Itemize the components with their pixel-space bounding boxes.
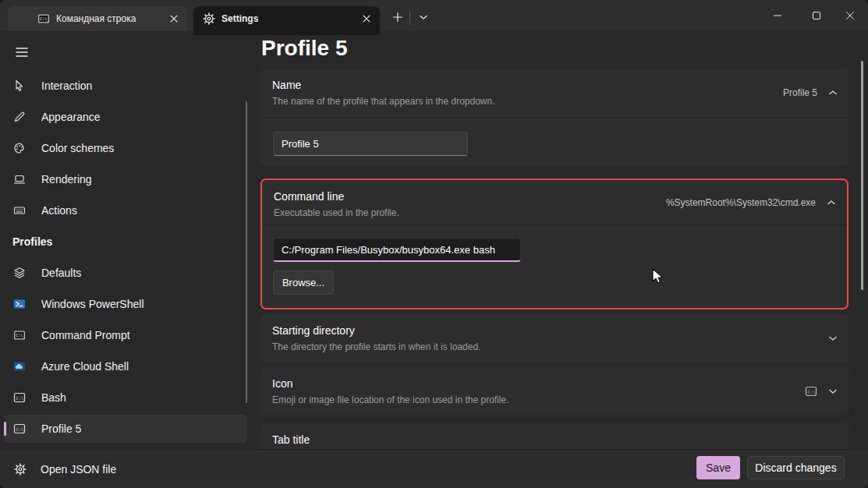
main-content: Profile 5 Name The name of the profile t… bbox=[257, 31, 868, 449]
icon-expander-header[interactable]: Icon Emoji or image file location of the… bbox=[260, 367, 849, 416]
sidebar-item-windows-powershell[interactable]: Windows PowerShell bbox=[4, 290, 247, 318]
sidebar-item-label: Azure Cloud Shell bbox=[41, 360, 129, 373]
command-line-input[interactable] bbox=[273, 238, 521, 262]
sidebar-item-defaults[interactable]: Defaults bbox=[4, 259, 247, 287]
tab-command-prompt[interactable]: C:\_ Командная строка bbox=[8, 6, 187, 31]
setting-label: Command line bbox=[274, 190, 344, 203]
sidebar-item-azure-cloud-shell[interactable]: Azure Cloud Shell bbox=[4, 352, 247, 380]
setting-card-icon: Icon Emoji or image file location of the… bbox=[260, 367, 849, 416]
profile-icon-preview: C:\ bbox=[805, 385, 817, 398]
chevron-up-icon bbox=[828, 90, 838, 96]
rendering-icon bbox=[13, 173, 26, 186]
setting-label: Name bbox=[272, 79, 301, 91]
sidebar: Interaction Appearance Color schemes Ren… bbox=[0, 31, 257, 449]
setting-label: Icon bbox=[272, 377, 292, 390]
browse-button[interactable]: Browse... bbox=[273, 271, 334, 295]
tab-settings[interactable]: Settings bbox=[193, 6, 380, 31]
powershell-icon bbox=[13, 298, 26, 310]
interaction-icon bbox=[13, 80, 26, 92]
card-divider bbox=[262, 225, 847, 225]
minimize-icon bbox=[773, 11, 782, 20]
sidebar-item-label: Profile 5 bbox=[41, 423, 81, 435]
close-icon bbox=[845, 11, 855, 20]
hamburger-icon bbox=[16, 47, 28, 58]
name-expander-header[interactable]: Name The name of the profile that appear… bbox=[260, 69, 849, 117]
setting-card-tab-title: Tab title bbox=[260, 423, 849, 449]
svg-text:C:\: C:\ bbox=[16, 396, 24, 401]
terminal-outline-icon: C:\ bbox=[13, 423, 26, 435]
maximize-icon bbox=[812, 11, 821, 20]
sidebar-item-interaction[interactable]: Interaction bbox=[4, 72, 247, 100]
sidebar-item-actions[interactable]: Actions bbox=[4, 196, 247, 225]
plus-icon bbox=[392, 12, 403, 23]
sidebar-item-appearance[interactable]: Appearance bbox=[4, 103, 247, 131]
cmd-icon: C:\_ bbox=[37, 12, 50, 25]
sidebar-item-label: Actions bbox=[41, 204, 77, 217]
sidebar-scrollbar[interactable] bbox=[246, 101, 247, 403]
defaults-icon bbox=[13, 267, 26, 279]
command-line-expander-header[interactable]: Command line Executable used in the prof… bbox=[262, 180, 847, 225]
tab-label: Командная строка bbox=[56, 13, 165, 24]
sidebar-item-bash[interactable]: C:\ Bash bbox=[4, 384, 247, 412]
minimize-button[interactable] bbox=[760, 0, 795, 31]
setting-description: The name of the profile that appears in … bbox=[272, 96, 495, 107]
maximize-button[interactable] bbox=[799, 0, 834, 31]
gear-icon bbox=[203, 12, 215, 25]
azure-cloud-icon bbox=[13, 360, 26, 373]
sidebar-item-label: Windows PowerShell bbox=[41, 298, 144, 310]
starting-directory-expander-header[interactable]: Starting directory The directory the pro… bbox=[260, 314, 849, 362]
open-json-file-label: Open JSON file bbox=[41, 463, 116, 476]
save-button[interactable]: Save bbox=[696, 456, 740, 479]
profiles-section-header: Profiles bbox=[12, 235, 168, 248]
close-tab-icon[interactable] bbox=[358, 10, 375, 27]
gear-icon bbox=[14, 463, 27, 476]
nav-menu-toggle-button[interactable] bbox=[8, 41, 36, 64]
setting-current-value: Profile 5 bbox=[783, 87, 817, 98]
sidebar-item-label: Rendering bbox=[41, 173, 92, 186]
sidebar-item-color-schemes[interactable]: Color schemes bbox=[4, 134, 247, 162]
page-title: Profile 5 bbox=[261, 36, 347, 61]
tab-title-expander-header[interactable]: Tab title bbox=[260, 423, 849, 449]
svg-text:C:\_: C:\_ bbox=[40, 16, 50, 22]
appearance-icon bbox=[13, 111, 26, 123]
sidebar-item-profile-5[interactable]: C:\ Profile 5 bbox=[4, 415, 247, 443]
cmd-icon: C:\_ bbox=[13, 329, 26, 341]
setting-description: Emoji or image file location of the icon… bbox=[272, 394, 509, 405]
setting-description: The directory the profile starts in when… bbox=[272, 341, 480, 352]
tab-dropdown-button[interactable] bbox=[412, 7, 435, 27]
setting-description: Executable used in the profile. bbox=[274, 207, 399, 218]
tab-label: Settings bbox=[221, 13, 358, 24]
new-tab-button[interactable] bbox=[386, 7, 409, 27]
actions-icon bbox=[13, 204, 26, 217]
app-window: C:\_ Командная строка Settings bbox=[0, 0, 868, 488]
sidebar-item-rendering[interactable]: Rendering bbox=[4, 165, 247, 193]
chevron-up-icon bbox=[827, 200, 836, 206]
sidebar-item-label: Color schemes bbox=[41, 142, 114, 154]
titlebar[interactable]: C:\_ Командная строка Settings bbox=[0, 0, 868, 31]
profile-name-input[interactable] bbox=[273, 132, 468, 156]
svg-text:C:\: C:\ bbox=[808, 390, 816, 394]
sidebar-item-label: Interaction bbox=[41, 80, 92, 92]
svg-text:C:\: C:\ bbox=[16, 427, 24, 432]
sidebar-item-label: Defaults bbox=[41, 267, 81, 279]
close-button[interactable] bbox=[833, 0, 867, 31]
close-tab-icon[interactable] bbox=[165, 10, 182, 27]
chevron-down-icon bbox=[419, 14, 428, 20]
tabbar-separator bbox=[409, 11, 410, 25]
setting-current-value: %SystemRoot%\System32\cmd.exe bbox=[666, 197, 816, 208]
open-json-file-button[interactable]: Open JSON file bbox=[8, 457, 122, 482]
main-scrollbar[interactable] bbox=[861, 61, 863, 290]
chevron-down-icon bbox=[828, 388, 838, 394]
sidebar-item-label: Bash bbox=[41, 391, 66, 404]
sidebar-item-label: Command Prompt bbox=[41, 329, 130, 341]
discard-changes-button[interactable]: Discard changes bbox=[747, 456, 845, 479]
setting-card-command-line: Command line Executable used in the prof… bbox=[260, 179, 849, 309]
selection-indicator bbox=[4, 422, 6, 436]
terminal-outline-icon: C:\ bbox=[13, 391, 26, 404]
setting-label: Starting directory bbox=[272, 324, 355, 337]
card-divider bbox=[260, 117, 849, 118]
sidebar-item-command-prompt[interactable]: C:\_ Command Prompt bbox=[4, 321, 247, 349]
svg-text:C:\_: C:\_ bbox=[16, 333, 26, 338]
footer-bar: Open JSON file Save Discard changes bbox=[0, 449, 868, 488]
sidebar-item-label: Appearance bbox=[41, 111, 101, 123]
